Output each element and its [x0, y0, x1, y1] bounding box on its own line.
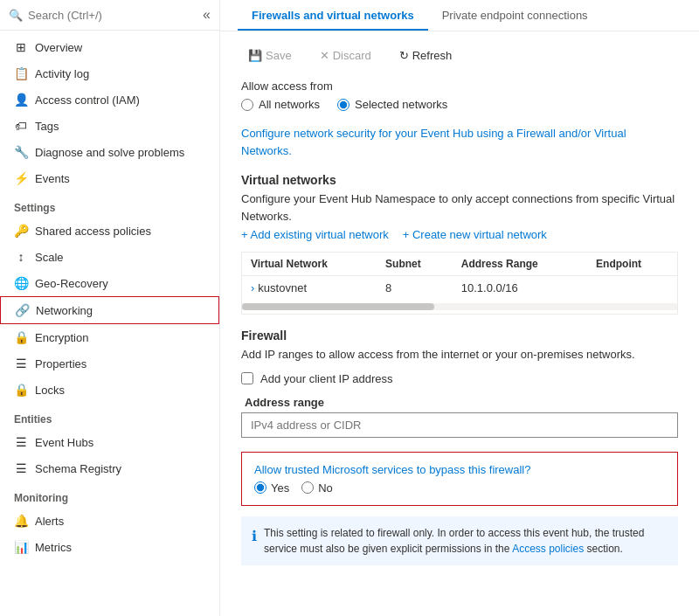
main-content: Firewalls and virtual networks Private e…: [220, 0, 699, 616]
scroll-track: [242, 303, 677, 310]
all-networks-option[interactable]: All networks: [241, 98, 320, 111]
sidebar-item-event-hubs[interactable]: ☰ Event Hubs: [0, 429, 219, 455]
access-control-icon: 👤: [14, 93, 28, 107]
vnet-table-body: ›kustovnet 8 10.1.0.0/16: [242, 276, 677, 301]
sidebar-item-label: Access control (IAM): [35, 93, 140, 107]
settings-section-label: Settings: [0, 191, 219, 218]
virtual-networks-links: + Add existing virtual network + Create …: [241, 228, 678, 241]
vnet-endpoint: [587, 276, 677, 301]
access-policies-link[interactable]: Access policies: [512, 543, 584, 555]
sidebar-item-diagnose[interactable]: 🔧 Diagnose and solve problems: [0, 139, 219, 165]
search-input[interactable]: [28, 9, 197, 22]
sidebar-item-locks[interactable]: 🔒 Locks: [0, 377, 219, 403]
sidebar-item-label: Scale: [35, 251, 64, 264]
allow-access-label: Allow access from: [241, 80, 678, 93]
info-box: ℹ This setting is related to firewall on…: [241, 516, 678, 565]
client-ip-label: Add your client IP address: [260, 372, 393, 385]
all-networks-radio[interactable]: [241, 99, 253, 111]
selected-networks-radio[interactable]: [337, 99, 350, 111]
sidebar: 🔍 « ⊞ Overview 📋 Activity log 👤 Access c…: [0, 0, 220, 616]
tab-firewalls[interactable]: Firewalls and virtual networks: [238, 0, 428, 31]
sidebar-item-access-control[interactable]: 👤 Access control (IAM): [0, 87, 219, 113]
sidebar-item-scale[interactable]: ↕ Scale: [0, 244, 219, 270]
diagnose-icon: 🔧: [14, 145, 28, 159]
sidebar-item-geo-recovery[interactable]: 🌐 Geo-Recovery: [0, 270, 219, 296]
bypass-label: Allow trusted Microsoft services to bypa…: [254, 463, 665, 476]
sidebar-item-activity-log[interactable]: 📋 Activity log: [0, 60, 219, 87]
table-row[interactable]: ›kustovnet 8 10.1.0.0/16: [242, 276, 677, 301]
sidebar-item-encryption[interactable]: 🔒 Encryption: [0, 324, 219, 350]
toolbar: 💾 Save ✕ Discard ↻ Refresh: [241, 45, 678, 66]
collapse-icon[interactable]: «: [203, 7, 211, 23]
sidebar-item-label: Locks: [35, 384, 65, 397]
tags-icon: 🏷: [14, 119, 28, 133]
bypass-no-option[interactable]: No: [301, 481, 333, 495]
client-ip-checkbox[interactable]: [241, 372, 253, 384]
geo-recovery-icon: 🌐: [14, 276, 28, 290]
encryption-icon: 🔒: [14, 330, 28, 344]
address-range-label: Address range: [245, 396, 678, 409]
entities-section-label: Entities: [0, 403, 219, 429]
sidebar-item-label: Activity log: [35, 67, 89, 80]
firewall-link[interactable]: Firewall: [516, 127, 556, 140]
tab-bar: Firewalls and virtual networks Private e…: [220, 0, 699, 31]
save-button[interactable]: 💾 Save: [241, 45, 299, 66]
sidebar-item-overview[interactable]: ⊞ Overview: [0, 34, 219, 60]
network-radio-group: All networks Selected networks: [241, 98, 678, 111]
sidebar-item-schema-registry[interactable]: ☰ Schema Registry: [0, 455, 219, 481]
sidebar-item-label: Properties: [35, 357, 87, 370]
properties-icon: ☰: [14, 356, 28, 370]
events-icon: ⚡: [14, 171, 28, 185]
sidebar-item-tags[interactable]: 🏷 Tags: [0, 113, 219, 139]
virtual-networks-desc: Configure your Event Hub Namespace to on…: [241, 190, 678, 225]
sidebar-item-label: Geo-Recovery: [35, 277, 108, 290]
metrics-icon: 📊: [14, 540, 28, 554]
sidebar-nav: ⊞ Overview 📋 Activity log 👤 Access contr…: [0, 31, 219, 616]
refresh-button[interactable]: ↻ Refresh: [392, 45, 460, 66]
sidebar-item-label: Metrics: [35, 541, 72, 554]
col-address-range: Address Range: [453, 253, 587, 276]
sidebar-item-label: Shared access policies: [35, 225, 151, 238]
info-text: This setting is related to firewall only…: [264, 525, 668, 557]
selected-networks-option[interactable]: Selected networks: [337, 98, 447, 111]
col-endpoint: Endpoint: [587, 253, 677, 276]
scale-icon: ↕: [14, 250, 28, 264]
discard-icon: ✕: [320, 49, 329, 62]
alerts-icon: 🔔: [14, 514, 28, 528]
sidebar-item-properties[interactable]: ☰ Properties: [0, 350, 219, 377]
client-ip-row: Add your client IP address: [241, 372, 678, 385]
vnet-table-container: Virtual Network Subnet Address Range End…: [241, 252, 678, 315]
sidebar-item-label: Schema Registry: [35, 462, 121, 475]
sidebar-item-alerts[interactable]: 🔔 Alerts: [0, 508, 219, 534]
bypass-link: Microsoft services: [322, 463, 413, 476]
sidebar-item-label: Event Hubs: [35, 436, 93, 449]
vnet-address-range: 10.1.0.0/16: [453, 276, 587, 301]
sidebar-item-events[interactable]: ⚡ Events: [0, 165, 219, 191]
bypass-yes-radio[interactable]: [254, 481, 266, 494]
configure-info: Configure network security for your Even…: [241, 125, 678, 159]
content-area: 💾 Save ✕ Discard ↻ Refresh Allow access …: [220, 31, 699, 616]
bypass-yes-option[interactable]: Yes: [254, 481, 289, 495]
sidebar-item-networking[interactable]: 🔗 Networking: [0, 296, 219, 324]
virtual-networks-title: Virtual networks: [241, 173, 678, 187]
search-icon: 🔍: [9, 9, 23, 22]
bypass-radio-group: Yes No: [254, 481, 665, 495]
bypass-no-radio[interactable]: [301, 481, 314, 494]
sidebar-item-shared-access[interactable]: 🔑 Shared access policies: [0, 218, 219, 244]
firewall-desc: Add IP ranges to allow access from the i…: [241, 346, 678, 363]
address-input[interactable]: [241, 412, 678, 438]
vnet-table: Virtual Network Subnet Address Range End…: [242, 253, 677, 300]
search-bar[interactable]: 🔍 «: [0, 0, 219, 31]
add-existing-vnet-link[interactable]: + Add existing virtual network: [241, 228, 389, 241]
scroll-thumb[interactable]: [242, 303, 434, 310]
networking-icon: 🔗: [15, 303, 29, 317]
tab-private-endpoints[interactable]: Private endpoint connections: [428, 0, 602, 31]
overview-icon: ⊞: [14, 40, 28, 54]
expand-icon[interactable]: ›: [251, 281, 254, 294]
create-new-vnet-link[interactable]: + Create new virtual network: [403, 228, 547, 241]
vnet-table-header: Virtual Network Subnet Address Range End…: [242, 253, 677, 276]
selected-networks-label: Selected networks: [355, 98, 447, 111]
info-icon: ℹ: [252, 526, 257, 547]
discard-button[interactable]: ✕ Discard: [313, 45, 378, 66]
sidebar-item-metrics[interactable]: 📊 Metrics: [0, 534, 219, 560]
